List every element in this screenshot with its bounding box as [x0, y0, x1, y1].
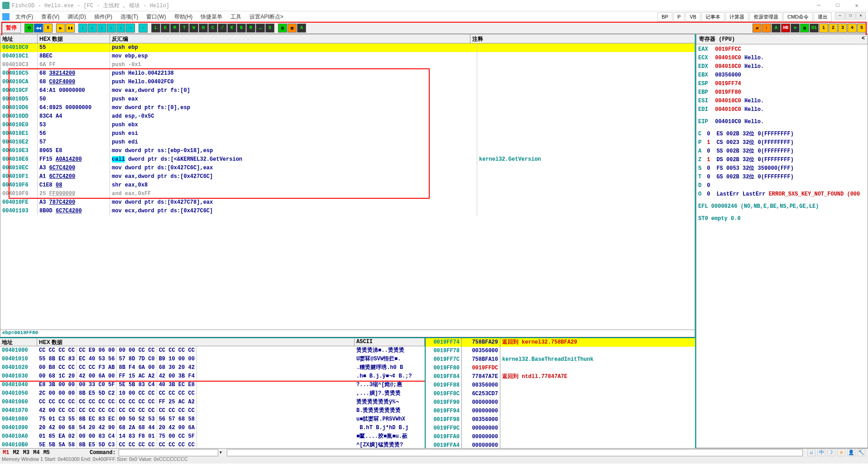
disasm-row[interactable]: 004010ECA3 6C7C4200mov dword ptr ds:[0x4…	[0, 164, 695, 172]
stack-row[interactable]: 0019FF74758BFA29返回到 kernel32.758BFA29	[426, 338, 695, 347]
hex-row[interactable]: 0040108075 01 C3 558B EC 83 EC00 50 52 5…	[0, 415, 425, 424]
disasm-row[interactable]: 004010C18BECmov ebp,esp	[0, 52, 695, 61]
disasm-row[interactable]: 004010C055push ebp	[0, 43, 695, 52]
hex-row[interactable]: 0040101055 8B EC 83EC 40 53 5657 8D 7D C…	[0, 355, 425, 364]
status-m2[interactable]: M2	[13, 450, 19, 456]
hex-col-addr[interactable]: 地址	[0, 338, 37, 346]
btn-vb[interactable]: VB	[686, 12, 700, 22]
stack-row[interactable]: 0019FF8477847A7E返回到 ntdll.77847A7E	[426, 373, 695, 381]
btn-calc[interactable]: 计算器	[725, 12, 748, 22]
menu-help[interactable]: 帮助(H)	[171, 12, 197, 22]
hex-row[interactable]: 0040102000 B8 CC CCCC CC F3 AB8B F4 6A 0…	[0, 364, 425, 372]
stack-row[interactable]: 0019FF9000000000	[426, 398, 695, 407]
close-button[interactable]: ✕	[848, 1, 866, 10]
tb-dot-icon[interactable]: ●	[791, 24, 800, 33]
menu-quick[interactable]: 快捷菜单	[197, 12, 226, 22]
tb-restart-icon[interactable]: ⟲	[24, 24, 34, 33]
flag-row[interactable]: C 0 ES 002B 32位 0(FFFFFFFF)	[698, 130, 866, 139]
col-address[interactable]: 地址	[0, 34, 38, 43]
hex-row[interactable]: 0040109020 42 00 6854 20 42 0068 2A 68 4…	[0, 424, 425, 432]
disasm-body[interactable]: 004010C055push ebp004010C18BECmov ebp,es…	[0, 43, 695, 330]
reg-body[interactable]: EAX 0019FFCCECX 004010C0 Hello.EDX 00401…	[696, 44, 868, 448]
col-hexdata[interactable]: HEX 数据	[38, 34, 110, 43]
tb-2[interactable]: 2	[829, 24, 838, 33]
col-comment[interactable]: 注释	[470, 34, 695, 43]
tb-pause-icon[interactable]: ▮▮	[66, 24, 75, 33]
tb-opt2-icon[interactable]: ↕	[762, 24, 771, 33]
reg-efl[interactable]: EFL 00000246 (NO,NB,E,BE,NS,PE,GE,LE)	[698, 202, 866, 211]
status-zhong-icon[interactable]: 中	[817, 449, 825, 456]
stack-row[interactable]: 0019FF9400000000	[426, 407, 695, 416]
reg-row[interactable]: ESP 0019FF74	[698, 80, 866, 88]
status-moon-icon[interactable]: ☽	[827, 449, 835, 456]
tb-S[interactable]: S	[265, 24, 274, 33]
status-m3[interactable]: M3	[23, 450, 29, 456]
tb-B[interactable]: B	[237, 24, 246, 33]
disasm-row[interactable]: 004010E156push esi	[0, 129, 695, 138]
stack-row[interactable]: 0019FF8800356000	[426, 381, 695, 390]
disasm-row[interactable]: 004011038B0D 6C7C4200mov ecx,dword ptr d…	[0, 207, 695, 215]
menu-window[interactable]: 窗口(W)	[143, 12, 169, 22]
minimize-button[interactable]: ─	[810, 1, 828, 10]
reg-row[interactable]: EAX 0019FFCC	[698, 45, 866, 54]
stack-row[interactable]: 0019FF9800356000	[426, 416, 695, 424]
tb-close-icon[interactable]: X	[43, 24, 53, 33]
flag-row[interactable]: D 0	[698, 182, 866, 190]
reg-eip[interactable]: EIP 004010C0 Hello.	[698, 118, 866, 126]
menu-api[interactable]: 设置API断点>	[246, 12, 287, 22]
tb-4[interactable]: 4	[848, 24, 857, 33]
sub-close[interactable]: ✕	[856, 12, 866, 19]
tb-R[interactable]: R	[246, 24, 255, 33]
command-input[interactable]	[119, 449, 218, 456]
disasm-row[interactable]: 004010F1A1 6C7C4200mov eax,dword ptr ds:…	[0, 172, 695, 181]
tb-C[interactable]: C	[208, 24, 217, 33]
hex-row[interactable]: 004010B05E 5B 5A 588B E5 5D C3CC CC CC C…	[0, 441, 425, 448]
maximize-button[interactable]: □	[829, 1, 847, 10]
tb-A2[interactable]: A	[772, 24, 781, 33]
flag-row[interactable]: A 0 SS 002B 32位 0(FFFFFFFF)	[698, 147, 866, 156]
reg-row[interactable]: EBP 0019FF80	[698, 88, 866, 97]
stack-body[interactable]: 0019FF74758BFA29返回到 kernel32.758BFA29001…	[426, 338, 695, 448]
tb-step2-icon[interactable]: ↓	[88, 24, 97, 33]
tb-step6-icon[interactable]: →	[126, 24, 135, 33]
tb-1[interactable]: 1	[819, 24, 828, 33]
hex-body[interactable]: 00401000CC CC CC CCCC E9 06 0000 00 CC C…	[0, 346, 425, 448]
hex-row[interactable]: 00401060CC CC CC CCCC CC CC CCCC CC CC C…	[0, 398, 425, 407]
tb-K[interactable]: K	[227, 24, 236, 33]
disasm-row[interactable]: 004010CF64:A1 00000000mov eax,dword ptr …	[0, 86, 695, 95]
sub-minimize[interactable]: ─	[835, 12, 845, 19]
command-input2[interactable]	[227, 449, 803, 456]
menu-view[interactable]: 查看(V)	[38, 12, 63, 22]
menu-tools[interactable]: 工具	[227, 12, 245, 22]
disasm-row[interactable]: 004010C568 38214200push Hello.00422138	[0, 69, 695, 78]
tb-play-icon[interactable]: ▶	[56, 24, 65, 33]
disasm-row[interactable]: 004010FEA3 787C4200mov dword ptr ds:[0x4…	[0, 198, 695, 207]
reg-st0[interactable]: ST0 empty 0.0	[698, 215, 866, 223]
hex-row[interactable]: 0040107042 00 CC CCCC CC CC CCCC CC CC C…	[0, 407, 425, 415]
reg-row[interactable]: ECX 004010C0 Hello.	[698, 54, 866, 62]
disasm-row[interactable]: 004010C36A FFpush -0x1	[0, 61, 695, 69]
tb-T[interactable]: T	[180, 24, 189, 33]
tb-rewind-icon[interactable]: ◀◀	[34, 24, 43, 33]
disasm-row[interactable]: 004010E053push ebx	[0, 121, 695, 129]
hex-row[interactable]: 004010502C 00 00 008B E5 5D C210 00 CC C…	[0, 389, 425, 398]
tb-3[interactable]: 3	[838, 24, 847, 33]
tb-W[interactable]: W	[189, 24, 198, 33]
btn-p[interactable]: P	[673, 12, 685, 22]
btn-notepad[interactable]: 记事本	[701, 12, 724, 22]
reg-row[interactable]: EDX 004010C0 Hello.	[698, 62, 866, 71]
tb-hb-icon[interactable]: HB	[781, 24, 790, 33]
tb-grid3-icon[interactable]: ▦	[800, 24, 809, 33]
tb-step5-icon[interactable]: ↓	[116, 24, 125, 33]
btn-bp[interactable]: BP	[657, 12, 672, 22]
reg-row[interactable]: EBX 00356000	[698, 71, 866, 80]
disasm-row[interactable]: 004010E38965 E8mov dword ptr ss:[ebp-0x1…	[0, 147, 695, 155]
tb-slash[interactable]: /	[218, 24, 227, 33]
disasm-row[interactable]: 004010CA68 C02F4000push Hello.00402FC0	[0, 78, 695, 86]
reg-expand-icon[interactable]: <	[862, 35, 865, 43]
stack-row[interactable]: 0019FF7800356000	[426, 347, 695, 355]
tb-H[interactable]: H	[199, 24, 208, 33]
tb-M[interactable]: M	[170, 24, 179, 33]
menu-file[interactable]: 文件(F)	[12, 12, 37, 22]
hex-row[interactable]: 00401040E8 3B 00 0000 33 C0 5F5E 5B 83 C…	[0, 381, 425, 389]
